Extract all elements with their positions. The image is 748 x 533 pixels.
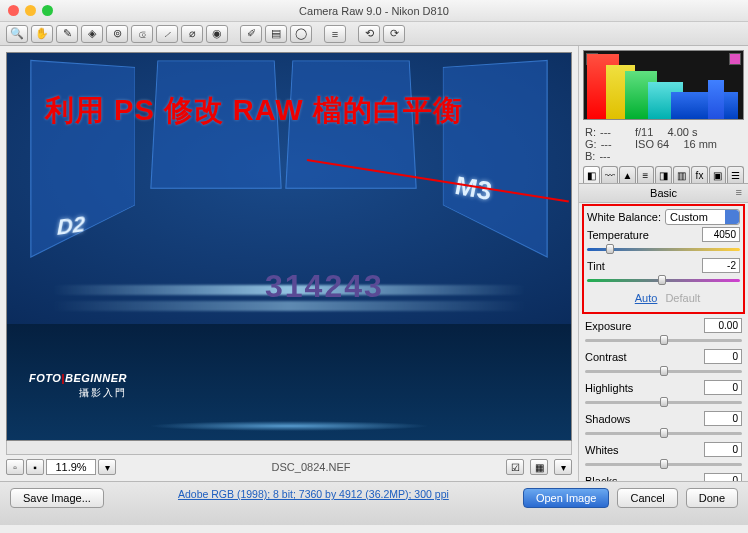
filename-label: DSC_0824.NEF <box>122 461 500 473</box>
exposure-slider[interactable] <box>585 335 742 345</box>
contrast-slider[interactable] <box>585 366 742 376</box>
temperature-label: Temperature <box>587 229 698 241</box>
eyedropper-icon[interactable]: ✎ <box>56 25 78 43</box>
shadows-slider[interactable] <box>585 428 742 438</box>
preview-settings-a-icon[interactable]: ☑ <box>506 459 524 475</box>
target-adjust-icon[interactable]: ⊚ <box>106 25 128 43</box>
save-image-button[interactable]: Save Image... <box>10 488 104 508</box>
image-preview[interactable]: D2 M3 利用 PS 修改 RAW 檔的白平衡 314243 FOTO|BEG… <box>6 52 572 441</box>
preview-settings-c-icon[interactable]: ▾ <box>554 459 572 475</box>
exposure-label: Exposure <box>585 320 700 332</box>
open-image-button[interactable]: Open Image <box>523 488 610 508</box>
highlights-label: Highlights <box>585 382 700 394</box>
tab-camera[interactable]: ▣ <box>709 166 726 183</box>
panel-tabs: ◧ 〰 ▲ ≡ ◨ ▥ fx ▣ ☰ <box>579 166 748 184</box>
adjustment-brush-icon[interactable]: ✐ <box>240 25 262 43</box>
straighten-icon[interactable]: ⟋ <box>156 25 178 43</box>
temperature-value[interactable] <box>702 227 740 242</box>
auto-link[interactable]: Auto <box>635 292 658 304</box>
crop-icon[interactable]: ⟃ <box>131 25 153 43</box>
highlights-value[interactable] <box>704 380 742 395</box>
blacks-value[interactable] <box>704 473 742 481</box>
tab-detail[interactable]: ▲ <box>619 166 636 183</box>
preview-settings-b-icon[interactable]: ▦ <box>530 459 548 475</box>
zoom-tool-icon[interactable]: 🔍 <box>6 25 28 43</box>
tint-value[interactable] <box>702 258 740 273</box>
whites-value[interactable] <box>704 442 742 457</box>
white-balance-section: White Balance: Custom Temperature Tint A… <box>582 204 745 314</box>
hand-tool-icon[interactable]: ✋ <box>31 25 53 43</box>
workflow-link[interactable]: Adobe RGB (1998); 8 bit; 7360 by 4912 (3… <box>178 488 449 500</box>
window-title: Camera Raw 9.0 - Nikon D810 <box>0 5 748 17</box>
zoom-menu-button[interactable]: ▾ <box>98 459 116 475</box>
toolbar: 🔍 ✋ ✎ ◈ ⊚ ⟃ ⟋ ⌀ ◉ ✐ ▤ ◯ ≡ ⟲ ⟳ <box>0 22 748 46</box>
zoom-out-button[interactable]: ▫ <box>6 459 24 475</box>
shadows-value[interactable] <box>704 411 742 426</box>
whites-slider[interactable] <box>585 459 742 469</box>
wb-label: White Balance: <box>587 211 661 223</box>
contrast-label: Contrast <box>585 351 700 363</box>
redeye-icon[interactable]: ◉ <box>206 25 228 43</box>
watermark-logo: FOTO|BEGINNER 攝影入門 <box>29 362 127 400</box>
contrast-value[interactable] <box>704 349 742 364</box>
settings-panel: R:--- G:--- B:--- f/11 4.00 s ISO 64 16 … <box>578 46 748 481</box>
tint-label: Tint <box>587 260 698 272</box>
tab-basic[interactable]: ◧ <box>583 166 600 183</box>
tab-hsl[interactable]: ≡ <box>637 166 654 183</box>
graduated-filter-icon[interactable]: ▤ <box>265 25 287 43</box>
panel-title: Basic <box>579 184 748 203</box>
highlights-slider[interactable] <box>585 397 742 407</box>
sampler-icon[interactable]: ◈ <box>81 25 103 43</box>
tab-curve[interactable]: 〰 <box>601 166 618 183</box>
spot-removal-icon[interactable]: ⌀ <box>181 25 203 43</box>
blacks-label: Blacks <box>585 475 700 482</box>
annotation-text: 利用 PS 修改 RAW 檔的白平衡 <box>45 91 463 131</box>
zoom-level[interactable]: 11.9% <box>46 459 96 475</box>
cancel-button[interactable]: Cancel <box>617 488 677 508</box>
shadows-label: Shadows <box>585 413 700 425</box>
rotate-ccw-icon[interactable]: ⟲ <box>358 25 380 43</box>
tab-presets[interactable]: ☰ <box>727 166 744 183</box>
rotate-cw-icon[interactable]: ⟳ <box>383 25 405 43</box>
whites-label: Whites <box>585 444 700 456</box>
tab-lens[interactable]: ▥ <box>673 166 690 183</box>
horizontal-scrollbar[interactable] <box>6 441 572 455</box>
wb-select[interactable]: Custom <box>665 209 740 225</box>
scene-sign-left: D2 <box>57 211 85 241</box>
tab-split[interactable]: ◨ <box>655 166 672 183</box>
zoom-in-button[interactable]: ▪ <box>26 459 44 475</box>
exposure-value[interactable] <box>704 318 742 333</box>
exif-readout: R:--- G:--- B:--- f/11 4.00 s ISO 64 16 … <box>579 124 748 166</box>
done-button[interactable]: Done <box>686 488 738 508</box>
temperature-slider[interactable] <box>587 244 740 254</box>
radial-filter-icon[interactable]: ◯ <box>290 25 312 43</box>
histogram[interactable] <box>583 50 744 120</box>
watermark-number: 314243 <box>265 268 384 305</box>
default-link[interactable]: Default <box>665 292 700 304</box>
preferences-icon[interactable]: ≡ <box>324 25 346 43</box>
tint-slider[interactable] <box>587 275 740 285</box>
tab-fx[interactable]: fx <box>691 166 708 183</box>
titlebar: Camera Raw 9.0 - Nikon D810 <box>0 0 748 22</box>
